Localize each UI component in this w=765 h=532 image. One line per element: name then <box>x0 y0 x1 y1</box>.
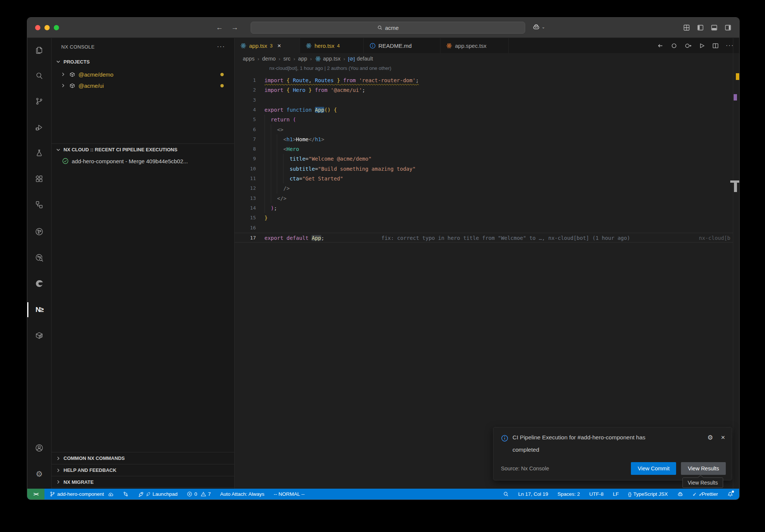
more-actions-icon[interactable]: ··· <box>726 42 734 49</box>
launchpad-status[interactable]: Launchpad <box>138 491 177 497</box>
line-number: 16 <box>235 223 256 233</box>
line-number: 15 <box>235 213 256 223</box>
package-icon <box>69 83 75 89</box>
notification-source: Source: Nx Console <box>501 466 549 471</box>
section-nx-cloud[interactable]: NX CLOUD :: RECENT CI PIPELINE EXECUTION… <box>52 143 234 155</box>
code-line-4: 4export function App() { <box>235 105 733 115</box>
notification-close-icon[interactable]: × <box>721 433 725 442</box>
overview-ruler[interactable] <box>733 38 739 489</box>
view-results-tooltip: View Results <box>682 477 723 488</box>
collapsed-section-nx-migrate[interactable]: NX MIGRATE <box>52 476 234 488</box>
toggle-sidebar-right-icon[interactable] <box>724 24 732 31</box>
activity-item-nx-project-graph[interactable] <box>31 223 48 240</box>
toggle-panel-bottom-icon[interactable] <box>710 24 718 31</box>
copilot-menu[interactable]: ⌄ <box>532 23 545 31</box>
collapsed-section-common-nx-commands[interactable]: COMMON NX COMMANDS <box>52 452 234 464</box>
close-window-button[interactable] <box>35 25 40 30</box>
code-line-10: 10 subtitle="Build something amazing tod… <box>235 164 733 174</box>
eol-status[interactable]: LF <box>613 491 619 497</box>
activity-item-nx-graph-search[interactable] <box>31 249 48 266</box>
activity-item-search[interactable] <box>31 67 48 84</box>
blame-overflow: nx-cloud[b <box>699 233 733 243</box>
code-line-5: 5 return ( <box>235 115 733 124</box>
go-back-icon[interactable] <box>657 42 664 49</box>
activity-item-testing[interactable] <box>31 145 48 162</box>
activity-item-hierarchy[interactable] <box>31 196 48 213</box>
view-results-button[interactable]: View Results <box>681 462 726 475</box>
activity-item-extensions[interactable] <box>31 170 48 188</box>
notification-message: CI Pipeline Execution for #add-hero-comp… <box>512 431 673 456</box>
command-center-search[interactable]: acme <box>251 22 525 34</box>
code-line-2: 2import { Hero } from '@acme/ui'; <box>235 85 733 95</box>
pipeline-execution-item[interactable]: add-hero-component - Merge 409b44e5cb02.… <box>52 155 234 167</box>
indentation-status[interactable]: Spaces: 2 <box>557 491 580 497</box>
split-editor-icon[interactable] <box>712 42 719 49</box>
activity-item-nx-console[interactable]: N≥ <box>31 301 48 318</box>
window-controls <box>35 25 59 30</box>
line-number: 13 <box>235 194 256 203</box>
maximize-window-button[interactable] <box>54 25 59 30</box>
chevron-right-icon <box>60 83 66 89</box>
modified-dot <box>220 84 224 87</box>
code-line-9: 9 title="Welcome @acme/demo" <box>235 154 733 164</box>
notification-dot <box>732 491 734 493</box>
lightbulb-icon[interactable] <box>264 225 269 230</box>
code-line-11: 11 cta="Get Started" <box>235 174 733 183</box>
toggle-sidebar-left-icon[interactable] <box>697 24 704 31</box>
branch-compare-status[interactable] <box>123 491 128 497</box>
code-area[interactable]: 1import { Route, Routes } from 'react-ro… <box>235 38 739 489</box>
line-number: 6 <box>235 125 256 134</box>
compare-branch-icon <box>123 491 128 497</box>
minimize-window-button[interactable] <box>44 25 50 30</box>
encoding-status[interactable]: UTF-8 <box>589 491 604 497</box>
activity-item-run-and-debug[interactable] <box>31 119 48 136</box>
activity-bar: N≥⚙ <box>27 38 52 489</box>
modified-dot <box>220 73 224 76</box>
formatter-status[interactable]: ✓✓ Prettier <box>693 491 718 497</box>
code-line-14: 14 ); <box>235 203 733 213</box>
line-number: 14 <box>235 203 256 213</box>
code-line-8: 8 <Hero <box>235 144 733 154</box>
errors-icon <box>187 491 192 497</box>
git-branch-status[interactable]: add-hero-component <box>50 491 114 497</box>
view-commit-button[interactable]: View Commit <box>631 462 676 475</box>
chevron-down-icon <box>55 147 61 153</box>
activity-item-source-control[interactable] <box>31 93 48 110</box>
activity-item-edge-browser[interactable] <box>31 275 48 292</box>
copilot-status[interactable] <box>677 491 683 497</box>
outline-circle-icon[interactable] <box>670 42 678 49</box>
pipeline-label: add-hero-component - Merge 409b44e5cb02.… <box>72 158 188 164</box>
copilot-icon <box>677 491 683 497</box>
history-back-icon[interactable]: ← <box>216 24 223 32</box>
vim-mode-status[interactable]: -- NORMAL -- <box>274 491 305 497</box>
section-label: NX MIGRATE <box>64 479 94 485</box>
activity-item-explorer[interactable] <box>31 41 48 58</box>
cursor-position-status[interactable]: Ln 17, Col 19 <box>518 491 548 497</box>
titlebar: ← → acme ⌄ <box>27 18 739 38</box>
customize-layout-icon[interactable] <box>683 24 690 31</box>
problems-status[interactable]: 0 7 <box>187 491 211 497</box>
more-actions-icon[interactable]: ··· <box>217 43 225 50</box>
run-to-icon[interactable] <box>684 42 691 49</box>
project-item[interactable]: @acme/ui <box>52 80 234 91</box>
notification-settings-icon[interactable]: ⚙ <box>707 434 713 441</box>
activity-item-containers[interactable] <box>31 327 48 344</box>
remote-indicator[interactable]: >< <box>27 489 44 499</box>
section-projects[interactable]: PROJECTS <box>52 56 234 67</box>
search-value: acme <box>385 25 399 31</box>
activity-item-settings[interactable]: ⚙ <box>31 465 48 482</box>
collapsed-section-help-and-feedback[interactable]: HELP AND FEEDBACK <box>52 464 234 476</box>
zoom-indicator[interactable] <box>503 491 509 497</box>
run-file-icon[interactable] <box>698 42 705 49</box>
language-status[interactable]: {}TypeScript JSX <box>628 491 668 497</box>
notifications-bell[interactable] <box>727 491 733 497</box>
activity-item-account[interactable] <box>31 439 48 457</box>
history-forward-icon[interactable]: → <box>231 24 238 32</box>
project-item[interactable]: @acme/demo <box>52 69 234 80</box>
line-number: 9 <box>235 154 256 164</box>
section-label: NX CLOUD :: RECENT CI PIPELINE EXECUTION… <box>64 147 177 152</box>
inline-git-blame: fix: correct typo in hero title from "We… <box>381 233 630 243</box>
chevron-right-icon <box>55 479 61 485</box>
auto-attach-status[interactable]: Auto Attach: Always <box>220 491 264 497</box>
code-line-1: 1import { Route, Routes } from 'react-ro… <box>235 75 733 85</box>
